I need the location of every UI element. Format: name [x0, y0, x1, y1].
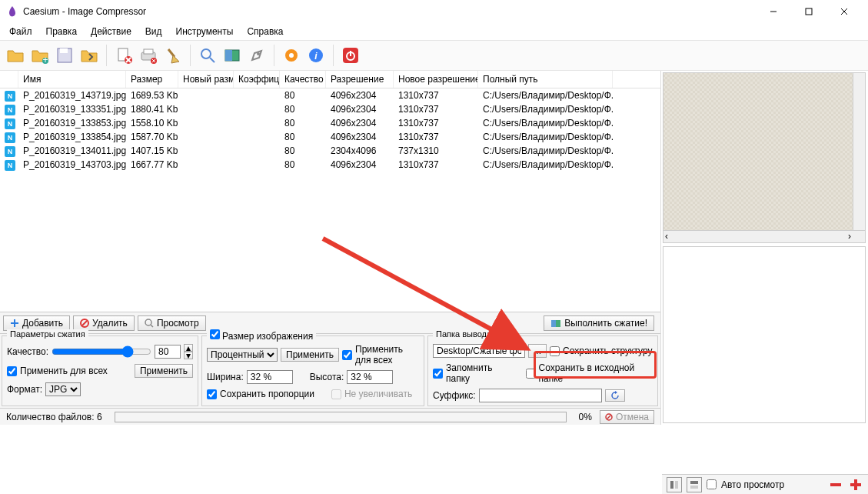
preview-scroll-v[interactable]	[853, 73, 865, 230]
width-label: Ширина:	[207, 372, 244, 382]
zoom-out-button[interactable]	[828, 477, 843, 492]
svg-rect-37	[551, 320, 556, 327]
format-select[interactable]: JPG	[45, 382, 81, 396]
minimize-button[interactable]	[756, 0, 791, 23]
cell-path: C:/Users/Владимир/Desktop/Ф...	[478, 103, 613, 115]
cell-name: P_20160319_133351.jpg	[18, 103, 126, 115]
zoom-in-button[interactable]	[848, 477, 863, 492]
compression-applyall-checkbox[interactable]	[7, 366, 17, 376]
table-row[interactable]: NP_20160319_133853.jpg1558.10 Kb804096x2…	[0, 116, 660, 130]
open-folder-icon[interactable]	[5, 45, 26, 66]
svg-text:+: +	[42, 55, 48, 65]
svg-rect-1	[806, 8, 812, 15]
format-label: Формат:	[7, 384, 42, 395]
cell-size: 1587.70 Kb	[126, 131, 178, 143]
suffix-input[interactable]	[479, 389, 602, 402]
folder-export-icon[interactable]	[78, 45, 100, 66]
cell-res: 2304x4096	[326, 145, 394, 157]
svg-rect-21	[225, 50, 232, 61]
cell-res: 4096x2304	[326, 117, 394, 129]
resize-apply-button[interactable]: Применить	[281, 348, 339, 362]
compression-apply-button[interactable]: Применить	[135, 364, 193, 378]
output-folder-input[interactable]	[433, 344, 525, 358]
new-badge-icon: N	[5, 160, 15, 171]
cell-newres: 1310x737	[394, 89, 478, 102]
resize-enable-checkbox[interactable]	[210, 329, 220, 339]
add-button[interactable]: Добавить	[3, 315, 70, 331]
cell-res: 4096x2304	[326, 89, 394, 102]
table-row[interactable]: NP_20160319_143719.jpg1689.53 Kb804096x2…	[0, 88, 660, 102]
width-input[interactable]	[247, 370, 293, 384]
cell-res: 4096x2304	[326, 103, 394, 115]
printer-delete-icon[interactable]	[138, 45, 159, 66]
compress-button[interactable]: Выполнить сжатие!	[544, 315, 654, 331]
close-button[interactable]	[826, 0, 862, 23]
svg-line-35	[151, 325, 153, 327]
table-row[interactable]: NP_20160319_133351.jpg1880.41 Kb804096x2…	[0, 102, 660, 116]
preview-scroll-h[interactable]: ›‹	[663, 230, 865, 242]
col-newres[interactable]: Новое разрешение	[394, 71, 478, 88]
resize-applyall-label: Применить для всех	[355, 344, 419, 365]
cell-name: P_20160319_143719.jpg	[18, 89, 126, 102]
app-icon	[6, 5, 18, 18]
power-icon[interactable]	[340, 45, 361, 66]
cell-name: P_20160319_133853.jpg	[18, 117, 126, 129]
keep-proportions-checkbox[interactable]	[207, 389, 217, 399]
no-enlarge-checkbox	[331, 389, 341, 399]
menu-help[interactable]: Справка	[241, 25, 289, 38]
maximize-button[interactable]	[791, 0, 826, 23]
table-row[interactable]: NP_20160319_134011.jpg1407.15 Kb802304x4…	[0, 144, 660, 158]
height-label: Высота:	[310, 372, 344, 382]
col-name[interactable]: Имя	[18, 71, 126, 88]
svg-rect-43	[690, 486, 698, 489]
col-newsize[interactable]: Новый разм	[178, 71, 234, 88]
col-res[interactable]: Разрешение	[326, 71, 394, 88]
preview-button[interactable]: Просмотр	[138, 315, 206, 331]
image-compress-icon[interactable]	[221, 45, 243, 66]
col-ratio[interactable]: Коэффици	[234, 71, 280, 88]
quality-label: Качество:	[7, 346, 48, 357]
svg-rect-44	[830, 483, 841, 486]
save-icon[interactable]	[54, 45, 75, 66]
new-badge-icon: N	[5, 132, 15, 143]
col-size[interactable]: Размер	[126, 71, 178, 88]
resize-applyall-checkbox[interactable]	[342, 350, 352, 360]
cell-quality: 80	[280, 103, 326, 115]
menu-file[interactable]: Файл	[3, 25, 38, 38]
quality-value[interactable]	[155, 345, 181, 359]
delete-file-icon[interactable]	[113, 45, 135, 66]
info-icon[interactable]: i	[305, 45, 327, 66]
svg-line-19	[210, 58, 215, 62]
resize-method-select[interactable]: Процентный	[207, 348, 278, 362]
new-badge-icon: N	[5, 91, 15, 102]
arrange-left-button[interactable]	[667, 477, 682, 492]
broom-icon[interactable]	[162, 45, 184, 66]
cell-quality: 80	[280, 89, 326, 102]
zoom-icon[interactable]	[197, 45, 218, 66]
col-quality[interactable]: Качество	[280, 71, 326, 88]
height-input[interactable]	[347, 370, 393, 384]
table-row[interactable]: NP_20160319_143703.jpg1667.77 Kb804096x2…	[0, 158, 660, 172]
quality-slider[interactable]	[52, 345, 151, 358]
remember-checkbox[interactable]	[433, 369, 443, 379]
gear-orange-icon[interactable]	[281, 45, 302, 66]
menu-view[interactable]: Вид	[139, 25, 168, 38]
svg-rect-46	[854, 479, 857, 490]
menu-action[interactable]: Действие	[85, 25, 138, 38]
compression-legend: Параметры сжатия	[7, 329, 88, 339]
menu-tools[interactable]: Инструменты	[170, 25, 240, 38]
quality-down-button[interactable]: ▾	[184, 352, 193, 359]
output-legend: Папка вывода	[433, 329, 494, 339]
cell-newres: 1310x737	[394, 131, 478, 143]
autopreview-checkbox[interactable]	[707, 479, 717, 489]
suffix-revert-button[interactable]	[605, 389, 625, 402]
open-folder-plus-icon[interactable]: +	[29, 45, 51, 66]
table-row[interactable]: NP_20160319_133854.jpg1587.70 Kb804096x2…	[0, 130, 660, 144]
settings-icon[interactable]	[246, 45, 268, 66]
cell-path: C:/Users/Владимир/Desktop/Ф...	[478, 117, 613, 129]
arrange-top-button[interactable]	[687, 477, 702, 492]
menu-edit[interactable]: Правка	[40, 25, 84, 38]
cell-name: P_20160319_143703.jpg	[18, 159, 126, 171]
delete-button[interactable]: Удалить	[73, 315, 135, 331]
col-path[interactable]: Полный путь	[478, 71, 613, 88]
